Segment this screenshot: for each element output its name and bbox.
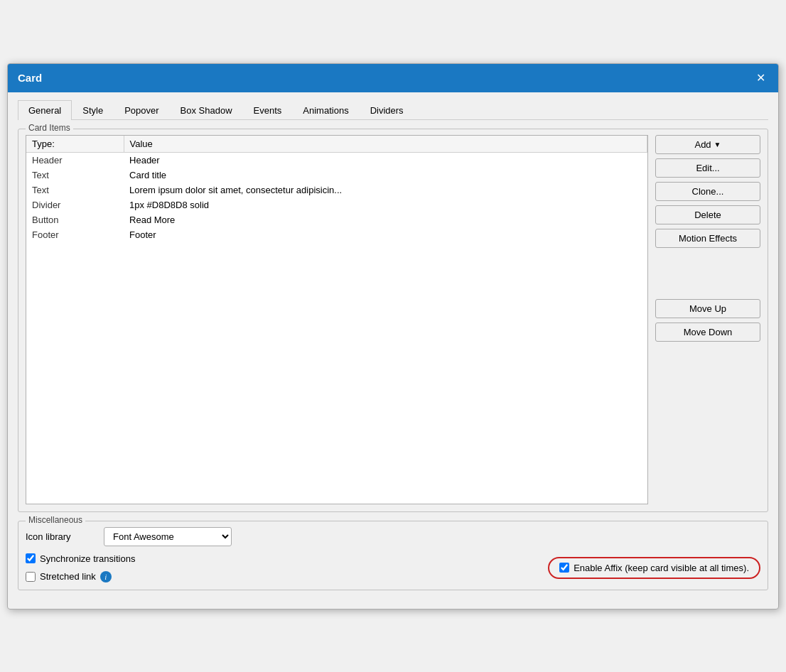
clone-button[interactable]: Clone... [655,182,760,201]
miscellaneous-label: Miscellaneous [26,515,85,525]
dialog-title: Card [18,72,42,84]
row-value: Lorem ipsum dolor sit amet, consectetur … [124,183,647,197]
items-table-wrapper: Type: Value Header Header Text Car [26,135,648,504]
table-row[interactable]: Text Lorem ipsum dolor sit amet, consect… [26,183,647,197]
misc-bottom-row: Synchronize transitions Stretched link i… [26,553,760,582]
row-type: Footer [26,227,124,242]
enable-affix-checkbox[interactable] [559,563,569,573]
table-row[interactable]: Footer Footer [26,227,647,242]
dialog-body: General Style Popover Box Shadow Events … [8,92,778,609]
row-value: Header [124,152,647,168]
delete-button[interactable]: Delete [655,205,760,224]
spacer [655,252,760,295]
left-checkboxes: Synchronize transitions Stretched link i [26,553,135,582]
buttons-panel: Add ▼ Edit... Clone... Delete Motion Eff… [655,135,760,342]
col-type-header: Type: [26,136,124,153]
stretched-link-checkbox[interactable] [26,572,36,582]
card-items-label: Card Items [26,123,73,133]
tab-animations[interactable]: Animations [292,100,359,120]
card-items-container: Type: Value Header Header Text Car [26,135,760,504]
card-dialog: Card ✕ General Style Popover Box Shadow … [7,63,779,609]
row-value: Footer [124,227,647,242]
row-type: Divider [26,197,124,212]
move-up-button[interactable]: Move Up [655,299,760,318]
col-value-header: Value [124,136,647,153]
sync-transitions-label: Synchronize transitions [40,553,135,564]
items-table: Type: Value Header Header Text Car [26,136,647,242]
close-button[interactable]: ✕ [753,71,768,85]
tab-popover[interactable]: Popover [114,100,169,120]
title-bar: Card ✕ [8,64,778,92]
motion-effects-button[interactable]: Motion Effects [655,229,760,248]
table-row[interactable]: Button Read More [26,212,647,227]
tab-bar: General Style Popover Box Shadow Events … [18,99,768,120]
move-down-button[interactable]: Move Down [655,323,760,342]
stretched-link-label: Stretched link [40,571,96,582]
row-value: 1px #D8D8D8 solid [124,197,647,212]
tab-events[interactable]: Events [243,100,293,120]
affix-circle: Enable Affix (keep card visible at all t… [548,557,760,579]
tab-dividers[interactable]: Dividers [360,100,414,120]
table-row[interactable]: Header Header [26,152,647,168]
table-row[interactable]: Divider 1px #D8D8D8 solid [26,197,647,212]
tab-style[interactable]: Style [72,100,114,120]
add-arrow-icon: ▼ [714,141,721,148]
card-items-group: Card Items Type: Value Header [18,129,768,512]
sync-transitions-row: Synchronize transitions [26,553,135,564]
stretched-link-row: Stretched link i [26,571,135,582]
icon-library-label: Icon library [26,531,97,542]
icon-library-select[interactable]: Font Awesome Material Icons Glyphicons [104,527,232,546]
enable-affix-label: Enable Affix (keep card visible at all t… [574,563,749,573]
tab-general[interactable]: General [18,100,72,120]
icon-library-row: Icon library Font Awesome Material Icons… [26,527,760,546]
row-type: Text [26,183,124,197]
table-row[interactable]: Text Card title [26,168,647,183]
row-value: Read More [124,212,647,227]
row-value: Card title [124,168,647,183]
add-button[interactable]: Add ▼ [655,135,760,154]
row-type: Button [26,212,124,227]
stretched-link-info-icon[interactable]: i [100,571,112,582]
miscellaneous-group: Miscellaneous Icon library Font Awesome … [18,521,768,590]
row-type: Text [26,168,124,183]
tab-box-shadow[interactable]: Box Shadow [170,100,243,120]
sync-transitions-checkbox[interactable] [26,553,36,563]
row-type: Header [26,152,124,168]
edit-button[interactable]: Edit... [655,158,760,178]
